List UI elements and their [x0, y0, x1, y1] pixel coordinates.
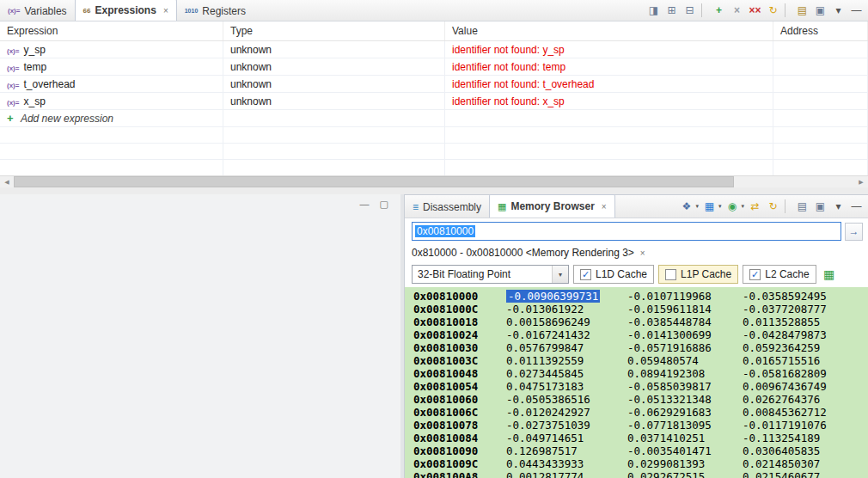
memory-address[interactable]: 0x0081003C [413, 354, 506, 367]
pin-debug-context-icon[interactable]: ❖ [678, 199, 694, 214]
tab-registers[interactable]: 1010 Registers [177, 1, 254, 21]
memory-value[interactable]: 0.0292672515 [627, 470, 743, 478]
memory-address[interactable]: 0x0081000C [413, 303, 506, 316]
close-icon[interactable]: × [602, 202, 607, 211]
memory-address[interactable]: 0x00810084 [413, 432, 506, 444]
memory-value[interactable]: -0.0159611814 [627, 303, 743, 316]
memory-address[interactable]: 0x00810048 [413, 367, 506, 380]
memory-value[interactable]: 0.00158696249 [506, 316, 627, 328]
memory-graph-icon[interactable]: ▦ [821, 266, 838, 283]
memory-value[interactable]: 0.0475173183 [506, 380, 627, 393]
refresh-icon[interactable]: ↻ [765, 3, 781, 18]
memory-value[interactable]: 0.00845362712 [743, 406, 868, 419]
memory-rendering-tab[interactable]: 0x810000 - 0x00810000 <Memory Rendering … [412, 247, 634, 259]
memory-value[interactable]: -0.0273751039 [506, 419, 627, 432]
memory-value[interactable]: -0.0629291683 [627, 406, 743, 419]
minimize-icon[interactable]: — [848, 3, 865, 18]
memory-value[interactable]: -0.0167241432 [506, 328, 627, 341]
address-input[interactable]: 0x00810000 [412, 222, 841, 241]
tab-variables[interactable]: (x)= Variables [0, 1, 75, 21]
memory-value[interactable]: -0.0513321348 [627, 393, 743, 406]
expression-row[interactable]: (x)=y_spunknownidentifier not found: y_s… [0, 41, 868, 58]
remove-expression-icon[interactable]: × [729, 3, 745, 18]
maximize-icon[interactable]: ▢ [380, 199, 388, 210]
cache-toggle-l1p-cache[interactable]: L1P Cache [658, 265, 738, 284]
column-header-value[interactable]: Value [445, 21, 773, 40]
memory-value[interactable]: -0.0117191076 [743, 419, 868, 432]
format-select[interactable]: 32-Bit Floating Point ▾ [412, 265, 569, 284]
add-expression-icon[interactable]: + [711, 3, 727, 18]
expression-row[interactable]: (x)=tempunknownidentifier not found: tem… [0, 58, 868, 76]
memory-address[interactable]: 0x0081006C [413, 406, 506, 419]
pin-view-icon[interactable]: ▣ [812, 3, 828, 18]
memory-value[interactable]: 0.0262764376 [743, 393, 868, 406]
memory-value[interactable]: -0.0428479873 [743, 328, 868, 341]
memory-address[interactable]: 0x00810090 [413, 444, 506, 457]
memory-address[interactable]: 0x00810018 [413, 316, 506, 328]
memory-value[interactable]: -0.0141300699 [627, 328, 743, 341]
memory-address[interactable]: 0x00810054 [413, 380, 506, 393]
dropdown-arrow-icon[interactable]: ▾ [695, 203, 699, 210]
tab-expressions[interactable]: 66 Expressions × [75, 0, 177, 21]
memory-value[interactable]: 0.0215460677 [743, 470, 868, 478]
memory-value[interactable]: 0.0012817774 [506, 470, 627, 478]
dropdown-arrow-icon[interactable]: ▾ [718, 203, 722, 210]
add-expression-row[interactable]: + Add new expression [0, 110, 868, 127]
memory-value[interactable]: -0.0505386516 [506, 393, 627, 406]
live-analysis-icon[interactable]: ◉ [724, 199, 740, 214]
auto-refresh-icon[interactable]: ⇄ [747, 199, 763, 214]
memory-address[interactable]: 0x00810060 [413, 393, 506, 406]
minimize-icon[interactable]: — [848, 199, 865, 214]
column-header-type[interactable]: Type [223, 21, 445, 40]
memory-value[interactable]: 0.059480574 [627, 354, 743, 367]
remove-all-expressions-icon[interactable]: ×× [747, 3, 763, 18]
memory-value[interactable]: -0.0107119968 [627, 290, 743, 303]
memory-address[interactable]: 0x00810000 [413, 290, 506, 303]
new-rendering-icon[interactable]: ▤ [794, 199, 810, 214]
memory-value[interactable]: 0.0113528855 [743, 316, 868, 328]
cache-toggle-l2-cache[interactable]: ✓L2 Cache [743, 265, 816, 284]
memory-value[interactable]: 0.0306405835 [743, 444, 868, 457]
horizontal-sash[interactable] [0, 187, 868, 194]
refresh-icon[interactable]: ↻ [765, 199, 781, 214]
memory-value[interactable]: 0.0273445845 [506, 367, 627, 380]
memory-address[interactable]: 0x00810024 [413, 328, 506, 341]
collapse-all-icon[interactable]: ⊟ [682, 3, 698, 18]
checkbox-icon[interactable] [665, 269, 676, 280]
scroll-left-icon[interactable]: ◀ [0, 176, 14, 187]
tab-disassembly[interactable]: ≡ Disassembly [405, 196, 489, 218]
memory-value[interactable]: 0.0592364259 [743, 341, 868, 354]
memory-value[interactable]: -0.0771813095 [627, 419, 743, 432]
close-icon[interactable]: × [163, 6, 168, 15]
new-rendering-icon[interactable]: ▤ [794, 3, 810, 18]
scrollbar-thumb[interactable] [14, 176, 734, 187]
memory-address[interactable]: 0x00810078 [413, 419, 506, 432]
memory-address[interactable]: 0x008100A8 [413, 470, 506, 478]
scroll-right-icon[interactable]: ▶ [854, 176, 868, 187]
memory-value[interactable]: 0.0299081393 [627, 457, 743, 470]
checkbox-icon[interactable]: ✓ [749, 269, 761, 280]
memory-value[interactable]: 0.0894192308 [627, 367, 743, 380]
memory-value[interactable]: -0.0581682809 [743, 367, 868, 380]
expression-row[interactable]: (x)=t_overheadunknownidentifier not foun… [0, 76, 868, 93]
scrollbar-track[interactable] [734, 176, 854, 187]
checkbox-icon[interactable]: ✓ [580, 269, 591, 280]
view-menu-icon[interactable]: ▾ [830, 3, 847, 18]
pin-view-icon[interactable]: ▣ [812, 199, 828, 214]
memory-value[interactable]: 0.0443433933 [506, 457, 627, 470]
minimize-icon[interactable]: — [360, 199, 370, 210]
view-menu-icon[interactable]: ▾ [830, 199, 847, 214]
memory-value[interactable]: 0.126987517 [506, 444, 627, 457]
memory-value[interactable]: 0.0165715516 [743, 354, 868, 367]
memory-value[interactable]: -0.0358592495 [743, 290, 868, 303]
go-button[interactable]: → [845, 223, 863, 241]
dropdown-arrow-icon[interactable]: ▾ [741, 203, 744, 210]
memory-chart-icon[interactable]: ▦ [701, 199, 718, 214]
column-header-address[interactable]: Address [773, 21, 868, 40]
memory-value[interactable]: 0.0214850307 [743, 457, 868, 470]
memory-value[interactable]: 0.0576799847 [506, 341, 627, 354]
memory-value[interactable]: -0.00906399731 [506, 290, 627, 303]
memory-address[interactable]: 0x00810030 [413, 341, 506, 354]
horizontal-scrollbar[interactable]: ◀ ▶ [0, 175, 868, 187]
show-logical-structure-icon[interactable]: ⊞ [663, 3, 680, 18]
